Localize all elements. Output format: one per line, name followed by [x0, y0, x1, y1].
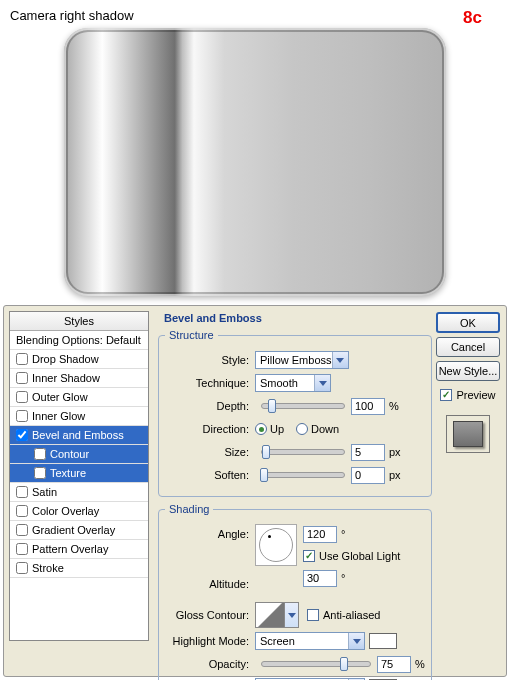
depth-input[interactable]: 100: [351, 398, 385, 415]
anti-aliased-checkbox[interactable]: [307, 609, 319, 621]
style-checkbox[interactable]: [16, 410, 28, 422]
depth-unit: %: [389, 400, 399, 412]
styles-row-drop-shadow[interactable]: Drop Shadow: [10, 350, 148, 369]
preview-label: Preview: [456, 389, 495, 401]
panel-title: Bevel and Emboss: [156, 312, 434, 327]
structure-legend: Structure: [165, 329, 218, 341]
gloss-contour-picker[interactable]: [255, 602, 285, 628]
page-mark: 8c: [463, 8, 482, 28]
chevron-down-icon: [348, 633, 364, 649]
styles-row-outer-glow[interactable]: Outer Glow: [10, 388, 148, 407]
chevron-down-icon: [332, 352, 348, 368]
angle-unit: °: [341, 528, 345, 540]
style-checkbox[interactable]: [16, 543, 28, 555]
size-unit: px: [389, 446, 401, 458]
soften-unit: px: [389, 469, 401, 481]
technique-label: Technique:: [165, 377, 255, 389]
styles-row-bevel-and-emboss[interactable]: Bevel and Emboss: [10, 426, 148, 445]
chevron-down-icon[interactable]: [285, 602, 299, 628]
styles-spacer: [10, 578, 148, 640]
layer-style-dialog: Styles Blending Options: Default Drop Sh…: [3, 305, 507, 677]
size-input[interactable]: 5: [351, 444, 385, 461]
highlight-opacity-input[interactable]: 75: [377, 656, 411, 673]
highlight-opacity-label: Opacity:: [165, 658, 255, 670]
style-label: Inner Shadow: [32, 372, 100, 384]
direction-down-radio[interactable]: [296, 423, 308, 435]
highlight-mode-label: Highlight Mode:: [165, 635, 255, 647]
technique-select[interactable]: Smooth: [255, 374, 331, 392]
style-label: Pattern Overlay: [32, 543, 108, 555]
style-label: Inner Glow: [32, 410, 85, 422]
soften-label: Soften:: [165, 469, 255, 481]
style-checkbox[interactable]: [16, 429, 28, 441]
style-label: Style:: [165, 354, 255, 366]
highlight-color-swatch[interactable]: [369, 633, 397, 649]
new-style-button[interactable]: New Style...: [436, 361, 500, 381]
down-label: Down: [311, 423, 339, 435]
depth-label: Depth:: [165, 400, 255, 412]
style-label: Color Overlay: [32, 505, 99, 517]
page-title: Camera right shadow: [10, 8, 134, 23]
depth-slider[interactable]: [261, 403, 345, 409]
highlight-opacity-slider[interactable]: [261, 661, 371, 667]
style-checkbox[interactable]: [16, 562, 28, 574]
direction-up-radio[interactable]: [255, 423, 267, 435]
styles-row-color-overlay[interactable]: Color Overlay: [10, 502, 148, 521]
altitude-label: Altitude:: [165, 578, 255, 590]
style-label: Contour: [50, 448, 89, 460]
angle-dial[interactable]: [255, 524, 297, 566]
shading-legend: Shading: [165, 503, 213, 515]
up-label: Up: [270, 423, 284, 435]
style-label: Stroke: [32, 562, 64, 574]
anti-aliased-label: Anti-aliased: [323, 609, 380, 621]
shading-fieldset: Shading Angle: 120 ° Use Global Light 30: [158, 503, 432, 680]
gloss-contour-label: Gloss Contour:: [165, 609, 255, 621]
blending-options-row[interactable]: Blending Options: Default: [10, 331, 148, 350]
styles-row-gradient-overlay[interactable]: Gradient Overlay: [10, 521, 148, 540]
styles-row-texture[interactable]: Texture: [10, 464, 148, 483]
size-slider[interactable]: [261, 449, 345, 455]
altitude-input[interactable]: 30: [303, 570, 337, 587]
preview-checkbox[interactable]: [440, 389, 452, 401]
preview-swatch: [446, 415, 490, 453]
style-label: Satin: [32, 486, 57, 498]
highlight-mode-select[interactable]: Screen: [255, 632, 365, 650]
styles-row-inner-glow[interactable]: Inner Glow: [10, 407, 148, 426]
styles-list: Styles Blending Options: Default Drop Sh…: [9, 311, 149, 641]
style-checkbox[interactable]: [16, 524, 28, 536]
soften-input[interactable]: 0: [351, 467, 385, 484]
styles-row-stroke[interactable]: Stroke: [10, 559, 148, 578]
style-label: Gradient Overlay: [32, 524, 115, 536]
style-checkbox[interactable]: [34, 448, 46, 460]
style-select[interactable]: Pillow Emboss: [255, 351, 349, 369]
styles-header[interactable]: Styles: [10, 312, 148, 331]
structure-fieldset: Structure Style: Pillow Emboss Technique…: [158, 329, 432, 497]
soften-slider[interactable]: [261, 472, 345, 478]
style-label: Drop Shadow: [32, 353, 99, 365]
style-checkbox[interactable]: [16, 505, 28, 517]
bevel-emboss-panel: Bevel and Emboss Structure Style: Pillow…: [156, 312, 434, 674]
dialog-buttons: OK Cancel New Style... Preview: [435, 312, 501, 453]
style-label: Texture: [50, 467, 86, 479]
cancel-button[interactable]: Cancel: [436, 337, 500, 357]
size-label: Size:: [165, 446, 255, 458]
altitude-unit: °: [341, 572, 345, 584]
style-checkbox[interactable]: [16, 486, 28, 498]
global-light-checkbox[interactable]: [303, 550, 315, 562]
global-light-label: Use Global Light: [319, 550, 400, 562]
direction-label: Direction:: [165, 423, 255, 435]
styles-row-pattern-overlay[interactable]: Pattern Overlay: [10, 540, 148, 559]
style-checkbox[interactable]: [16, 353, 28, 365]
styles-row-contour[interactable]: Contour: [10, 445, 148, 464]
angle-input[interactable]: 120: [303, 526, 337, 543]
ok-button[interactable]: OK: [436, 312, 500, 333]
styles-row-satin[interactable]: Satin: [10, 483, 148, 502]
style-checkbox[interactable]: [16, 372, 28, 384]
styles-row-inner-shadow[interactable]: Inner Shadow: [10, 369, 148, 388]
angle-label: Angle:: [165, 524, 255, 540]
chevron-down-icon: [314, 375, 330, 391]
style-checkbox[interactable]: [16, 391, 28, 403]
preview-toggle[interactable]: Preview: [440, 389, 495, 401]
style-label: Outer Glow: [32, 391, 88, 403]
style-checkbox[interactable]: [34, 467, 46, 479]
